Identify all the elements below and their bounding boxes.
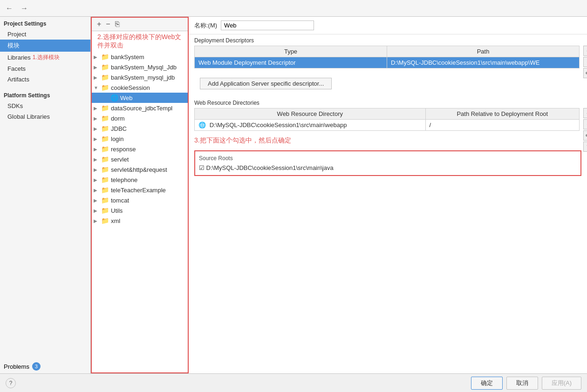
edit-descriptor-side-button[interactable]: ✏ — [583, 68, 587, 78]
main-area: Project Settings Project 模块 Libraries 1.… — [0, 17, 587, 373]
module-panel: + − ⎘ 2.选择对应的模块下的Web文件并双击 ▶ 📁 bankSystem… — [91, 17, 189, 373]
folder-icon: 📁 — [101, 207, 109, 214]
web-resource-dir-cell: 🌐 D:\MySQL-JDBC\cookieSession1\src\main\… — [195, 120, 426, 131]
type-cell: Web Module Deployment Descriptor — [195, 57, 387, 68]
help-web-resource-button[interactable]: ? — [583, 142, 587, 152]
list-item[interactable]: ▶ 📁 xml — [92, 216, 188, 226]
remove-web-resource-button[interactable]: − — [583, 119, 587, 129]
list-item[interactable]: ▶ 📁 JDBC — [92, 123, 188, 134]
list-item[interactable]: ▶ 📁 login — [92, 134, 188, 144]
problems-label: Problems — [4, 363, 29, 370]
folder-icon: 📁 — [101, 145, 109, 153]
cancel-button[interactable]: 取消 — [506, 377, 538, 390]
deployment-side-buttons: + − ✏ — [583, 46, 587, 78]
add-module-button[interactable]: + — [96, 20, 102, 29]
name-row: 名称:(M) — [189, 17, 587, 34]
chevron-icon: ▶ — [94, 116, 101, 121]
list-item[interactable]: ▶ 📁 bankSystem_mysql_jdb — [92, 72, 188, 82]
list-item[interactable]: ▶ 📁 bankSystem_Mysql_Jdb — [92, 62, 188, 72]
chevron-icon: ▶ — [94, 106, 101, 111]
module-list: ▶ 📁 bankSystem ▶ 📁 bankSystem_Mysql_Jdb … — [92, 52, 188, 372]
add-descriptor-button[interactable]: Add Application Server specific descript… — [200, 78, 332, 89]
table-row[interactable]: Web Module Deployment Descriptor D:\MySQ… — [195, 57, 580, 68]
table-row[interactable]: 🌐 D:\MySQL-JDBC\cookieSession1\src\main\… — [195, 120, 580, 131]
folder-icon: 📁 — [101, 217, 109, 224]
list-item[interactable]: ▶ 📁 response — [92, 144, 188, 154]
chevron-icon: ▶ — [94, 65, 101, 70]
web-resource-path-header: Path Relative to Deployment Root — [425, 108, 579, 120]
web-resource-table-container: Web Resource Directory Path Relative to … — [194, 108, 581, 131]
sidebar-item-project[interactable]: Project — [0, 29, 90, 40]
platform-settings-title: Platform Settings — [0, 88, 90, 101]
edit-web-resource-button[interactable]: ✏ — [583, 130, 587, 141]
module-label: xml — [111, 217, 120, 224]
source-roots-title: Source Roots — [199, 155, 577, 162]
module-label: login — [111, 135, 123, 142]
back-button[interactable]: ← — [4, 3, 15, 14]
name-input[interactable] — [221, 20, 314, 30]
help-button[interactable]: ? — [6, 378, 16, 388]
list-item[interactable]: ▶ 📁 Utils — [92, 205, 188, 216]
annotation-step2: 2.选择对应的模块下的Web文件并双击 — [92, 31, 188, 52]
chevron-icon: ▶ — [94, 147, 101, 152]
chevron-icon: ▶ — [94, 136, 101, 142]
copy-module-button[interactable]: ⎘ — [114, 20, 121, 29]
module-label: dorm — [111, 115, 125, 122]
sidebar-item-libraries[interactable]: Libraries 1.选择模块 — [0, 52, 90, 63]
module-toolbar: + − ⎘ — [92, 18, 188, 31]
bottom-bar: ? 确定 取消 应用(A) — [0, 373, 587, 392]
ok-button[interactable]: 确定 — [471, 377, 503, 390]
module-label: dataSource_jdbcTempl — [111, 105, 172, 112]
list-item-tomcat[interactable]: ▶ 📁 tomcat — [92, 195, 188, 205]
sidebar-item-sdks[interactable]: SDKs — [0, 101, 90, 111]
sidebar-item-global-libraries[interactable]: Global Libraries — [0, 111, 90, 122]
libraries-label: Libraries — [7, 54, 31, 61]
annotation-step3: 3.把下面这个勾选中，然后点确定 — [189, 135, 587, 147]
module-label: bankSystem_Mysql_Jdb — [111, 64, 177, 71]
list-item[interactable]: ▶ 📁 dataSource_jdbcTempl — [92, 103, 188, 113]
source-roots-text: ☑ D:\MySQL-JDBC\cookieSession1\src\main\… — [199, 164, 334, 171]
project-settings-title: Project Settings — [0, 17, 90, 29]
folder-icon: 📁 — [101, 115, 109, 122]
chevron-icon: ▶ — [94, 208, 101, 213]
folder-icon: 📁 — [101, 135, 109, 142]
add-web-resource-button[interactable]: + — [583, 108, 587, 118]
chevron-icon: ▶ — [94, 126, 101, 131]
chevron-icon: ▶ — [94, 198, 101, 203]
list-item[interactable]: ▶ 📁 servlet — [92, 154, 188, 164]
module-label: JDBC — [111, 125, 127, 132]
add-descriptor-side-button[interactable]: + — [583, 46, 587, 56]
module-label: servlet&http&request — [111, 166, 167, 173]
source-roots-item[interactable]: ☑ D:\MySQL-JDBC\cookieSession1\src\main\… — [199, 164, 577, 171]
sidebar: Project Settings Project 模块 Libraries 1.… — [0, 17, 91, 373]
apply-button[interactable]: 应用(A) — [542, 377, 581, 390]
content-scroll: Deployment Descriptors Type Path Web Mod… — [189, 34, 587, 373]
deployment-table: Type Path Web Module Deployment Descript… — [194, 46, 580, 68]
list-item[interactable]: ▶ 📁 servlet&http&request — [92, 164, 188, 175]
list-item[interactable]: ▶ 📁 teleTeacherExample — [92, 185, 188, 195]
chevron-icon: ▶ — [94, 157, 101, 162]
type-column-header: Type — [195, 46, 387, 57]
sidebar-item-artifacts[interactable]: Artifacts — [0, 74, 90, 85]
list-item-web[interactable]: 🌐 Web — [92, 93, 188, 103]
folder-icon: 📁 — [101, 155, 109, 163]
forward-button[interactable]: → — [19, 3, 30, 14]
remove-module-button[interactable]: − — [104, 20, 111, 29]
list-item[interactable]: ▶ 📁 bankSystem — [92, 52, 188, 62]
add-descriptor-container: Add Application Server specific descript… — [194, 74, 581, 93]
globe-icon: 🌐 — [198, 122, 206, 128]
module-label: Utils — [111, 207, 123, 214]
sidebar-item-facets[interactable]: Facets — [0, 63, 90, 74]
list-item[interactable]: ▶ 📁 dorm — [92, 113, 188, 123]
web-resource-header: Web Resource Directories — [189, 97, 587, 108]
list-item[interactable]: ▼ 📁 cookieSession — [92, 82, 188, 93]
folder-icon: 📁 — [101, 74, 109, 81]
web-icon: 🌐 — [110, 94, 118, 101]
sidebar-item-modules[interactable]: 模块 — [0, 40, 90, 52]
remove-descriptor-side-button[interactable]: − — [583, 57, 587, 67]
list-item-telephone[interactable]: ▶ 📁 telephone — [92, 175, 188, 185]
web-resource-table: Web Resource Directory Path Relative to … — [194, 108, 580, 131]
folder-icon: 📁 — [101, 63, 109, 71]
folder-icon: 📁 — [101, 104, 109, 112]
module-label: bankSystem — [111, 54, 144, 61]
